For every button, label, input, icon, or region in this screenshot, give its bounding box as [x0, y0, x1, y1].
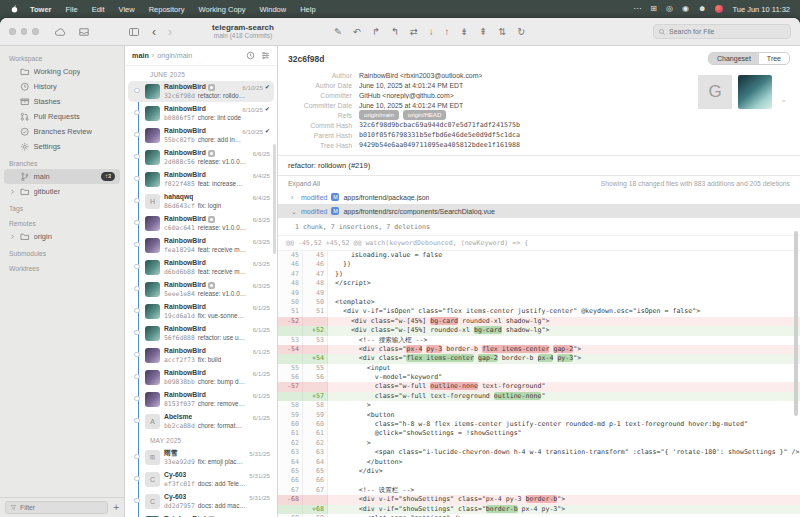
account-icon[interactable]: ☻ [698, 5, 706, 13]
commit-row[interactable]: RainbowBird6/1/2556f6d888refactor: use u… [128, 323, 274, 344]
sidebar-item-main[interactable]: main↑3 [4, 169, 120, 184]
commit-row[interactable]: CCy-6035/31/25dd2d7957docs: add mac… [128, 491, 274, 512]
push-icon[interactable]: ↑ [445, 27, 450, 37]
compare-icon[interactable]: ⇅ [498, 27, 506, 37]
history-clock-icon[interactable] [246, 51, 255, 60]
menu-item-help[interactable]: Help [293, 5, 322, 14]
list-options-icon[interactable] [261, 51, 270, 60]
chevron-down-icon[interactable]: ⌄ [291, 208, 297, 215]
commit-row[interactable]: 雨雨雪5/31/2533ea92d9fix: emoji plac… [128, 447, 274, 468]
minimize-icon[interactable] [21, 28, 28, 35]
old-line-number [278, 392, 303, 401]
stash-icon[interactable]: ⇟ [460, 27, 468, 37]
expand-all-button[interactable]: Expand All [288, 180, 320, 187]
modified-badge: M [331, 207, 339, 215]
new-line-number: 53 [303, 336, 328, 345]
merge-icon[interactable]: ↰ [391, 27, 399, 37]
sidebar-item-gitbutler[interactable]: gitbutler [4, 184, 120, 199]
sync-icon[interactable]: ⇄ [410, 27, 418, 37]
sidebar-item-origin[interactable]: origin [4, 229, 120, 244]
commit-row[interactable]: RainbowBird6/1/25b09838bbchore: bump d… [128, 367, 274, 388]
upstream-label[interactable]: origin/main [157, 51, 192, 60]
menu-item-window[interactable]: Window [253, 5, 294, 14]
current-branch-label[interactable]: main [132, 51, 149, 60]
refresh-icon[interactable]: ↻ [517, 27, 525, 37]
location-icon[interactable]: ◉ [682, 5, 689, 13]
stash-pop-icon[interactable]: ⇞ [479, 27, 487, 37]
file-search-field[interactable] [653, 24, 791, 39]
commit-row[interactable]: RainbowBird6/3/25d6bd6b88feat: receive m… [128, 257, 274, 278]
diff-scrollbar[interactable] [794, 231, 798, 416]
siri-icon[interactable] [715, 5, 723, 13]
commit-row[interactable]: RainbowBird6/3/25fea18294feat: receive m… [128, 235, 274, 256]
commit-author: RainbowBird [164, 127, 206, 135]
diff-code: <div v-if="isOpen" class="flex items-cen… [328, 307, 800, 316]
zoom-icon[interactable] [32, 28, 39, 35]
commit-row[interactable]: RainbowBird6/6/252d088c56release: v1.0.0… [128, 147, 274, 168]
commit-row[interactable]: RainbowBird6/1/2519cd6a1dfix: vue-sonne… [128, 301, 274, 322]
menu-item-view[interactable]: View [112, 5, 142, 14]
commit-row[interactable]: AAbeIsme6/1/25bb2ca88dchore: format… [128, 411, 274, 432]
menu-item-repository[interactable]: Repository [142, 5, 192, 14]
sidebar-item-working-copy[interactable]: Working Copy [4, 64, 120, 79]
search-input[interactable] [669, 28, 786, 35]
graph-node-icon [134, 308, 140, 314]
commit-hash: 32c6f98d [164, 92, 195, 100]
commit-row[interactable]: CCy-6035/31/25ef3fc01fdocs: add Tele… [128, 469, 274, 490]
ellipsis-icon[interactable]: ⋯ [633, 5, 641, 13]
chevron-down-icon[interactable]: ⌄ [780, 95, 787, 104]
commit-row[interactable]: RainbowBird6/1/25accf2f73fix: build [128, 345, 274, 366]
pull-icon[interactable]: ↓ [429, 27, 434, 37]
sidebar-item-history[interactable]: History [4, 79, 120, 94]
tab-tree[interactable]: Tree [759, 53, 789, 64]
old-line-number: 59 [278, 411, 303, 420]
chevron-right-icon[interactable] [9, 187, 16, 197]
sidebar-item-pull-requests[interactable]: Pull Requests [4, 109, 120, 124]
menu-item-tower[interactable]: Tower [23, 5, 59, 14]
commit-row[interactable]: RainbowBird5/28/25ad8e8eebrelease: v1.0.… [128, 513, 274, 517]
tray-icon[interactable] [78, 26, 90, 38]
tab-changeset[interactable]: Changeset [709, 53, 759, 64]
menubar-clock[interactable]: Tue Jun 10 11:32 [732, 5, 790, 14]
commit-row[interactable]: RainbowBird6/3/255eee1e84release: v1.0.0… [128, 279, 274, 300]
menu-item-file[interactable]: File [59, 5, 85, 14]
meta-row: Tree Hash9429b54e6aa049711095ea405812bde… [288, 140, 790, 150]
sidebar-item-settings[interactable]: Settings [4, 139, 120, 154]
traffic-lights[interactable] [0, 28, 48, 35]
commit-row[interactable]: RainbowBird6/4/25f022f485feat: increase… [128, 169, 274, 190]
sidebar-toggle-icon[interactable] [128, 26, 140, 38]
stage-icon[interactable]: ↱ [372, 27, 380, 37]
filter-input[interactable] [20, 504, 103, 511]
cloud-icon[interactable] [54, 26, 66, 38]
menu-item-edit[interactable]: Edit [85, 5, 112, 14]
file-path: apps/frontend/package.json [343, 194, 429, 201]
commit-row[interactable]: RainbowBird6/1/258153f037chore: remove… [128, 389, 274, 410]
apple-menu-icon[interactable] [10, 4, 19, 14]
close-icon[interactable] [9, 28, 16, 35]
new-line-number: 61 [303, 429, 328, 438]
file-row[interactable]: ›modifiedMapps/frontend/package.json [278, 190, 800, 204]
add-repository-button[interactable]: + [113, 503, 119, 513]
filter-field[interactable] [5, 501, 108, 514]
diff-line: 6363 <span class="i-lucide-chevron-down … [278, 448, 800, 457]
facetime-icon[interactable]: ◎ [666, 5, 673, 13]
file-row[interactable]: ⌄modifiedMapps/frontend/src/components/S… [278, 204, 800, 218]
commit-row[interactable]: RainbowBird6/10/25✔b0806f5fchore: lint c… [128, 103, 274, 124]
commit-row[interactable]: RainbowBird6/10/25✔32c6f98drefactor: rol… [128, 81, 274, 102]
commit-row[interactable]: RainbowBird6/10/25✔55bc02fbchore: add in… [128, 125, 274, 146]
clock-icon [20, 82, 30, 92]
back-button[interactable]: ‹ [146, 26, 162, 38]
commit-row[interactable]: RainbowBird6/3/25c60ac641release: v1.0.0… [128, 213, 274, 234]
diff-line: 5353 <!-- 搜索输入框 --> [278, 336, 800, 345]
commit-icon[interactable]: ✎ [334, 27, 342, 37]
sidebar-item-stashes[interactable]: Stashes [4, 94, 120, 109]
chevron-right-icon[interactable]: › [291, 194, 297, 201]
display-icon[interactable]: ⊞ [650, 5, 657, 13]
forward-button[interactable]: › [162, 26, 178, 38]
sidebar-item-branches-review[interactable]: Branches Review [4, 124, 120, 139]
chevron-right-icon[interactable] [9, 232, 16, 242]
commit-row[interactable]: Hhahaqwq6/4/2586d643cffix: login [128, 191, 274, 212]
commit-list-scrollbar[interactable] [273, 144, 276, 254]
discard-icon[interactable]: ↶ [353, 27, 361, 37]
menu-item-working-copy[interactable]: Working Copy [192, 5, 253, 14]
